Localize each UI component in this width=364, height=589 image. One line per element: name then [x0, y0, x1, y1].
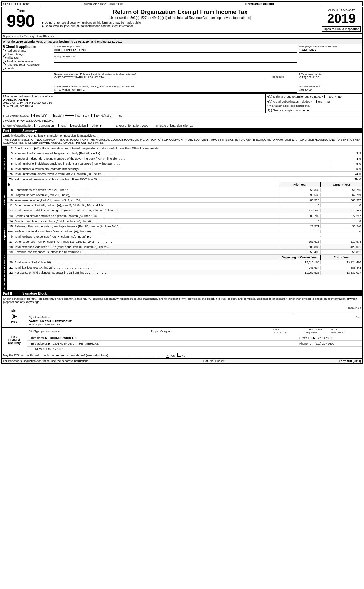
line17-prior: 161,616 — [279, 240, 320, 244]
line18-current: 423,071 — [320, 245, 362, 249]
principal-addr1: ONE BATTERY PARK PLAZA NO 710 — [3, 101, 264, 104]
part2-label: Part II — [2, 291, 21, 296]
line14-num: 14 — [7, 219, 13, 223]
line13-prior: 500,702 — [279, 214, 320, 218]
firms-ein-label: Firm's EIN ▶ — [299, 336, 316, 339]
line2-desc: Check this box ▶ □ if the organization d… — [13, 146, 362, 150]
line4-desc: Number of independent voting members of … — [13, 157, 330, 161]
line4-num: 4 — [7, 157, 13, 161]
line1-num: 1 — [3, 134, 5, 137]
line13-num: 13 — [7, 214, 13, 218]
org-name-label: C Name of organization — [54, 45, 297, 48]
association-label: Association — [71, 124, 86, 127]
cc-checkbox[interactable] — [50, 114, 54, 117]
cat-label: Cat. No. 11282Y — [203, 359, 225, 363]
address-value: ONE BATTERY PARK PLAZA NO 710 — [54, 75, 264, 80]
line18-desc: Total expenses. Add lines 13–17 (must eq… — [13, 245, 279, 249]
ha-yes-checkbox[interactable] — [324, 95, 328, 98]
other-label: Other ▶ — [92, 124, 102, 127]
phone-value: (212) 682-1106 — [299, 75, 361, 80]
tax-status-label: I Tax-exempt status: — [3, 114, 29, 117]
other-checkbox[interactable] — [87, 124, 91, 127]
final-return-label: Final return/terminated — [7, 60, 34, 63]
ha-no-checkbox[interactable] — [334, 95, 337, 98]
line15-desc: Salaries, other compensation, employee b… — [13, 224, 279, 228]
website-url[interactable]: WWW.NDCONLINE.ORG — [20, 119, 54, 122]
line16b-current — [320, 236, 362, 237]
gross-label: G Gross receipts $ — [299, 85, 361, 88]
sign-date-val: 2020-11-09 — [297, 307, 361, 309]
line10-prior: 483,528 — [279, 198, 320, 202]
line15-current: 33,240 — [320, 224, 362, 228]
trust-label: Trust — [59, 124, 66, 127]
line8-prior: 56,335 — [279, 188, 320, 192]
association-checkbox[interactable] — [67, 124, 71, 127]
line19-num: 19 — [7, 250, 13, 254]
line7b-num: 7b — [7, 177, 13, 181]
pending-checkbox[interactable] — [3, 67, 6, 70]
may-discuss-text: May the IRS discuss this return with the… — [3, 354, 164, 357]
hb-label: H(b) Are all subordinates included? — [267, 100, 312, 103]
firms-addr-label: Firm's address ▶ — [29, 342, 51, 345]
line11-num: 11 — [7, 203, 13, 207]
hb-note: If "No," attach a list. (see instruction… — [267, 104, 361, 107]
corporation-label: Corporation — [39, 124, 54, 127]
line7a-desc: Total unrelated business revenue from Pa… — [13, 172, 330, 176]
line19-prior: -50,490 — [279, 250, 320, 254]
sign-sig-label: Signature of officer — [29, 316, 50, 319]
trust-checkbox[interactable] — [55, 124, 59, 127]
c3-label: 501(c)(3) — [35, 114, 47, 117]
principal-addr2: NEW YORK, NY 10004 — [3, 104, 264, 108]
address-change-label: Address change — [7, 49, 26, 52]
line16a-num: 16a — [7, 230, 13, 233]
line8-desc: Contributions and grants (Part VIII, lin… — [13, 188, 279, 192]
dba-label: Doing business as — [54, 55, 297, 58]
efile-label: efile GRAPHIC print — [2, 2, 83, 6]
line12-desc: Total revenue—add lines 8 through 11 (mu… — [13, 209, 279, 212]
amended-return-checkbox[interactable] — [3, 63, 6, 66]
line18-prior: 689,889 — [279, 245, 320, 249]
line16a-desc: Professional fundraising fees (Part IX, … — [13, 230, 279, 233]
check-applicable-label: B Check if applicable: — [3, 45, 52, 49]
section-a-label: A For the 2019 calendar year, or tax yea… — [3, 40, 122, 43]
hb-no-checkbox[interactable] — [323, 100, 326, 103]
phone-val: (212) 297-0400 — [315, 342, 335, 345]
line20-num: 20 — [7, 260, 13, 264]
may-no-checkbox[interactable] — [177, 353, 181, 357]
name-change-checkbox[interactable] — [3, 53, 6, 56]
form-title: Return of Organization Exempt From Incom… — [42, 9, 319, 15]
insert-label: insert no. — [75, 114, 87, 117]
s527-checkbox[interactable] — [115, 114, 118, 117]
c3-checkbox[interactable] — [31, 114, 35, 117]
line16b-prior — [279, 236, 320, 237]
address-change-checkbox[interactable] — [3, 49, 6, 52]
city-label: City or town, state or province, country… — [54, 85, 297, 88]
line1-desc: Briefly describe the organization's miss… — [5, 134, 96, 137]
line22-desc: Net assets or fund balances. Subtract li… — [13, 271, 279, 275]
preparer-sig-label: Preparer's signature — [151, 330, 271, 333]
line19-current: 556,811 — [320, 250, 362, 254]
prior-year-header: Prior Year — [279, 182, 320, 187]
preparer-date-val: 2020-11-08 — [273, 331, 303, 334]
line20-desc: Total assets (Part X, line 16) . . . . .… — [13, 260, 279, 264]
current-year-header: Current Year — [320, 182, 362, 187]
line2-num: 2 — [7, 146, 13, 150]
m-label: M State of legal domicile: — [156, 124, 189, 127]
corporation-checkbox[interactable] — [34, 124, 38, 127]
initial-return-checkbox[interactable] — [3, 56, 6, 59]
line13-current: 277,257 — [320, 214, 362, 218]
net-end-header: End of Year — [320, 255, 362, 260]
line7b-desc: Net unrelated business taxable income fr… — [13, 177, 330, 181]
cc-label: 501(c) ( — [54, 114, 64, 117]
hb-yes-checkbox[interactable] — [313, 100, 317, 103]
line13-desc: Grants and similar amounts paid (Part IX… — [13, 214, 279, 218]
line3-num: 3 — [7, 152, 13, 155]
org-name: NDC SUPPORT I INC — [54, 48, 297, 53]
hb-yes-label: Yes — [317, 100, 322, 103]
may-yes-checkbox[interactable] — [166, 354, 169, 358]
line18-num: 18 — [7, 245, 13, 249]
final-return-checkbox[interactable] — [3, 60, 6, 63]
pending-label: pending — [7, 67, 16, 70]
c4947-checkbox[interactable] — [91, 114, 95, 117]
line15-prior: 27,571 — [279, 224, 320, 228]
